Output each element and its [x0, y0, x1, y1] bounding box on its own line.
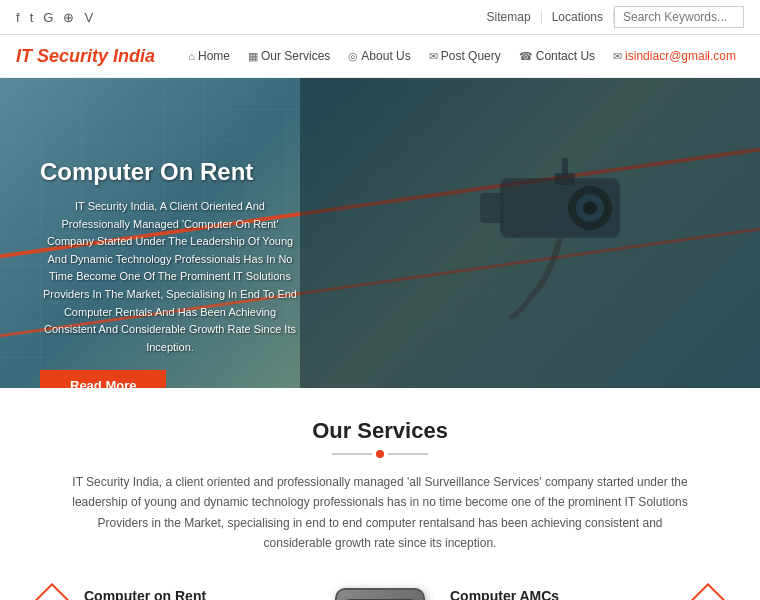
nav-services-label: Our Services — [261, 49, 330, 63]
contact-icon: ☎ — [519, 50, 533, 63]
facebook-icon[interactable]: f — [16, 10, 20, 25]
services-divider — [20, 450, 740, 458]
nav-email[interactable]: ✉ isindiacr@gmail.com — [605, 45, 744, 67]
nav-about[interactable]: ◎ About Us — [340, 45, 418, 67]
header: IT Security India ⌂ Home ▦ Our Services … — [0, 35, 760, 78]
computer-rent-text: Computer on Rent IT Security India, a cl… — [84, 588, 310, 600]
about-icon: ◎ — [348, 50, 358, 63]
postquery-icon: ✉ — [429, 50, 438, 63]
divider-line-left — [332, 453, 372, 455]
nav-about-label: About Us — [361, 49, 410, 63]
read-more-button[interactable]: Read More — [40, 370, 166, 388]
services-section: Our Services IT Security India, a client… — [0, 388, 760, 600]
phone-image — [320, 588, 440, 600]
amcs-diamond: 💡 — [677, 582, 739, 600]
amcs-text: Computer AMCs IT Security a pioneer in c… — [450, 588, 676, 600]
services-title: Our Services — [20, 418, 740, 444]
nav-home-label: Home — [198, 49, 230, 63]
services-description: IT Security India, a client oriented and… — [70, 472, 690, 554]
brand-logo[interactable]: IT Security India — [16, 46, 155, 67]
nav-services[interactable]: ▦ Our Services — [240, 45, 338, 67]
search-input[interactable] — [614, 6, 744, 28]
social-icons: f t G ⊕ V — [16, 10, 93, 25]
camera-silhouette — [440, 118, 660, 338]
services-icon: ▦ — [248, 50, 258, 63]
email-icon: ✉ — [613, 50, 622, 63]
nav-postquery[interactable]: ✉ Post Query — [421, 45, 509, 67]
main-nav: ⌂ Home ▦ Our Services ◎ About Us ✉ Post … — [180, 45, 744, 67]
svg-rect-6 — [562, 158, 568, 176]
divider-line-right — [388, 453, 428, 455]
service-cards: 💡 Computer on Rent IT Security India, a … — [20, 578, 740, 600]
computer-rent-title: Computer on Rent — [84, 588, 310, 600]
hero-description: IT Security India, A Client Oriented And… — [40, 198, 300, 356]
hero-title: Computer On Rent — [40, 158, 300, 186]
google-icon[interactable]: G — [43, 10, 53, 25]
service-card-computer-rent: 💡 Computer on Rent IT Security India, a … — [30, 588, 310, 600]
nav-contact[interactable]: ☎ Contact Us — [511, 45, 603, 67]
nav-home[interactable]: ⌂ Home — [180, 45, 238, 67]
amcs-title: Computer AMCs — [450, 588, 676, 600]
hero-content: Computer On Rent IT Security India, A Cl… — [40, 158, 300, 388]
computer-rent-diamond: 💡 — [21, 582, 83, 600]
twitter-icon[interactable]: t — [30, 10, 34, 25]
phone-graphic — [335, 588, 425, 600]
locations-link[interactable]: Locations — [542, 10, 614, 24]
service-card-amcs: 💡 Computer AMCs IT Security a pioneer in… — [450, 588, 730, 600]
nav-postquery-label: Post Query — [441, 49, 501, 63]
svg-rect-1 — [480, 193, 505, 223]
home-icon: ⌂ — [188, 50, 195, 62]
rss-icon[interactable]: ⊕ — [63, 10, 74, 25]
divider-dot — [376, 450, 384, 458]
top-bar: f t G ⊕ V Sitemap Locations — [0, 0, 760, 35]
nav-contact-label: Contact Us — [536, 49, 595, 63]
svg-point-4 — [583, 201, 597, 215]
hero-banner: Computer On Rent IT Security India, A Cl… — [0, 78, 760, 388]
sitemap-link[interactable]: Sitemap — [477, 10, 542, 24]
top-links: Sitemap Locations — [477, 6, 744, 28]
vimeo-icon[interactable]: V — [84, 10, 93, 25]
nav-email-label: isindiacr@gmail.com — [625, 49, 736, 63]
